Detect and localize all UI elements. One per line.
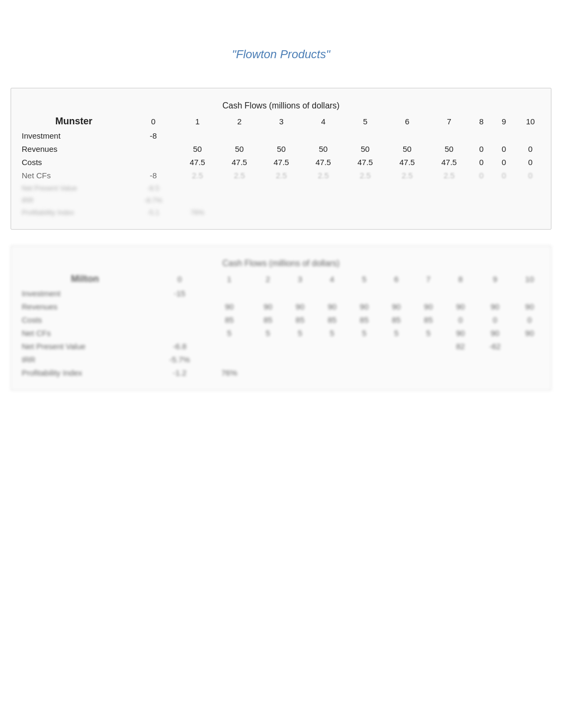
table1-col-5: 5: [344, 114, 386, 129]
cell: 85: [252, 313, 284, 326]
row-label: IRR: [16, 353, 152, 366]
table1-col-9: 9: [493, 114, 515, 129]
cell: 5: [252, 326, 284, 340]
cell: [152, 313, 206, 326]
table-row: Costs 47.5 47.5 47.5 47.5 47.5 47.5 47.5…: [16, 156, 546, 169]
cell: 0: [445, 313, 477, 326]
cell: 2.5: [176, 169, 218, 182]
cell: [207, 287, 546, 300]
cell: -5.1: [130, 206, 177, 219]
table1-company-header: Munster: [16, 114, 130, 129]
cell: 50: [386, 142, 428, 156]
table2-container: Cash Flows (millions of dollars) Milton …: [11, 245, 551, 390]
cash-flow-table-1: Cash Flows (millions of dollars) Munster…: [16, 99, 546, 219]
cell: 0: [470, 142, 493, 156]
cell: [219, 182, 546, 194]
table2-col-5: 5: [348, 271, 380, 287]
row-label: Net Present Value: [16, 340, 152, 353]
table1-col-10: 10: [515, 114, 546, 129]
cell: 0: [515, 156, 546, 169]
table-row: Investment -8: [16, 129, 546, 142]
table1-col-8: 8: [470, 114, 493, 129]
blurred-row-label: Net Present Value: [16, 182, 130, 194]
table2-col-4: 4: [316, 271, 348, 287]
table2-col-0: 0: [152, 271, 206, 287]
cell: [207, 340, 445, 353]
cell: 50: [302, 142, 344, 156]
cell: -6.8: [152, 340, 206, 353]
table2-col-7: 7: [412, 271, 445, 287]
cell: [252, 366, 546, 379]
cell: [386, 129, 428, 142]
cell: 85: [207, 313, 252, 326]
cell: 47.5: [176, 156, 218, 169]
table1-col-7: 7: [428, 114, 470, 129]
cell: 90: [476, 326, 513, 340]
table1-col-0: 0: [130, 114, 177, 129]
table1-container: Cash Flows (millions of dollars) Munster…: [11, 88, 551, 230]
table-row: Investment -15: [16, 287, 546, 300]
cell: 47.5: [302, 156, 344, 169]
cell: -8.5: [130, 182, 177, 194]
cell: [302, 129, 344, 142]
cell: 0: [476, 313, 513, 326]
cell: 2.5: [386, 169, 428, 182]
cell: -8: [130, 169, 177, 182]
cell: 76%: [176, 206, 218, 219]
table-row: IRR -5.7%: [16, 353, 546, 366]
row-label-costs: Costs: [16, 156, 130, 169]
cell: 90: [348, 300, 380, 313]
table-row: Revenues 90 90 90 90 90 90 90 90 90 90: [16, 300, 546, 313]
cell: 85: [348, 313, 380, 326]
cell: 0: [513, 313, 546, 326]
cell: 2.5: [428, 169, 470, 182]
cell: 50: [260, 142, 302, 156]
cell: [219, 206, 546, 219]
cell: 5: [380, 326, 413, 340]
cell: 5: [348, 326, 380, 340]
row-label: Profitability Index: [16, 366, 152, 379]
table2-col-9: 9: [476, 271, 513, 287]
cell: [130, 142, 177, 156]
table-row: Net Present Value -8.5: [16, 182, 546, 194]
row-label-investment: Investment: [16, 129, 130, 142]
cell: 90: [445, 300, 477, 313]
cell: -15: [152, 287, 206, 300]
cell: 5: [207, 326, 252, 340]
cell: 50: [344, 142, 386, 156]
cell: [515, 129, 546, 142]
cell: 50: [219, 142, 260, 156]
cell: 85: [284, 313, 316, 326]
blurred-row-label: Profitability Index: [16, 206, 130, 219]
cell: 90: [445, 326, 477, 340]
cell: 47.5: [219, 156, 260, 169]
table-row: Revenues 50 50 50 50 50 50 50 0 0 0: [16, 142, 546, 156]
cell: 0: [493, 142, 515, 156]
cell: [152, 326, 206, 340]
cell: 85: [412, 313, 445, 326]
table1-col-4: 4: [302, 114, 344, 129]
cell: 5: [284, 326, 316, 340]
page-title: "Flowton Products": [0, 0, 562, 88]
cell: 76%: [207, 366, 252, 379]
table-row: IRR -8.7%: [16, 194, 546, 206]
table-row: Profitability Index -1.2 76%: [16, 366, 546, 379]
cell: -8: [130, 129, 177, 142]
table-row: Net CFs -8 2.5 2.5 2.5 2.5 2.5 2.5 2.5 0…: [16, 169, 546, 182]
table1-col-6: 6: [386, 114, 428, 129]
cell: 2.5: [302, 169, 344, 182]
table2-company-header: Milton: [16, 271, 152, 287]
table2-header-row: Milton 0 1 2 3 4 5 6 7 8 9 10: [16, 271, 546, 287]
cell: [470, 129, 493, 142]
cell: 47.5: [428, 156, 470, 169]
cell: 85: [380, 313, 413, 326]
cell: [176, 182, 218, 194]
row-label: Revenues: [16, 300, 152, 313]
blurred-row-label: IRR: [16, 194, 130, 206]
table2-col-8: 8: [445, 271, 477, 287]
cell: 0: [470, 156, 493, 169]
cell: 0: [515, 169, 546, 182]
cell: [176, 129, 218, 142]
cell: 47.5: [386, 156, 428, 169]
cell: 5: [412, 326, 445, 340]
